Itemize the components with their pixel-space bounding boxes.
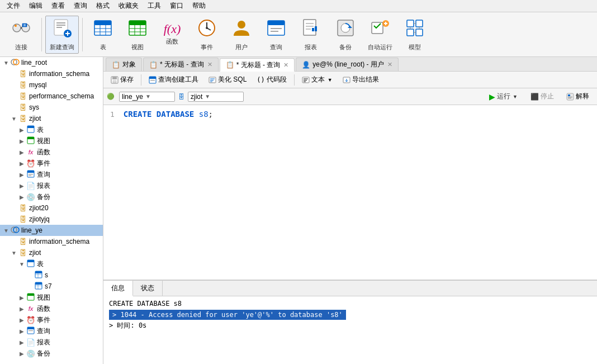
sidebar-item-func-group-2[interactable]: ▶ fx 函数: [16, 303, 103, 314]
sidebar-item-func-group-1[interactable]: ▶ fx 函数: [16, 146, 103, 158]
sidebar-item-zjiot20[interactable]: 🗄 zjiot20: [8, 202, 103, 214]
model-button[interactable]: 模型: [398, 16, 432, 54]
db-icon: 🗄: [18, 238, 28, 246]
sidebar-item-mysql[interactable]: 🗄 mysql: [8, 79, 103, 91]
query-tab-1[interactable]: 📋 * 无标题 - 查询 ✕: [143, 58, 219, 71]
sidebar-item-perf-schema[interactable]: 🗄 performance_schema: [8, 91, 103, 102]
sidebar-item-zjiot-2[interactable]: ▼ 🗄 zjiot: [8, 247, 103, 258]
function-button[interactable]: f(x) 函数: [155, 16, 189, 54]
sidebar-label: zjiot: [29, 115, 41, 122]
table-icon: [93, 18, 113, 41]
sidebar-item-query-group-2[interactable]: ▶ 查询: [16, 325, 103, 337]
sidebar-item-line-ye[interactable]: ▼ line_ye: [0, 225, 103, 236]
run-button[interactable]: ▶ 运行 ▼: [484, 90, 523, 103]
text-button[interactable]: 文本 ▼: [298, 73, 337, 86]
table-label: 表: [100, 43, 106, 51]
save-button[interactable]: 保存: [107, 73, 138, 86]
event-label: 事件: [201, 43, 213, 51]
explain-label: 解释: [576, 92, 589, 101]
svg-rect-66: [27, 260, 34, 262]
query-options-bar: 🟢 line_ye ▼ 🗄 zjiot ▼ ▶ 运行 ▼ ⬛ 停止: [103, 88, 597, 105]
result-error-text: > 1044 - Access denied for user 'ye'@'%'…: [109, 310, 346, 320]
query-tab-1-label: * 无标题 - 查询: [160, 60, 204, 69]
info-tab[interactable]: 信息: [103, 281, 133, 296]
report-button[interactable]: 报表: [294, 16, 328, 54]
sidebar-item-table-s7[interactable]: s7: [23, 281, 103, 292]
backup-group-icon: 💿: [26, 193, 36, 201]
export-button[interactable]: 导出结果: [339, 73, 383, 86]
menu-view[interactable]: 查看: [47, 0, 69, 12]
svg-rect-12: [94, 21, 111, 25]
backup-button[interactable]: 备份: [329, 16, 362, 54]
user-button[interactable]: 用户: [225, 16, 258, 54]
menu-format[interactable]: 格式: [92, 0, 114, 12]
sidebar-item-table-s[interactable]: s: [23, 270, 103, 281]
sidebar-item-report-group-1[interactable]: ▶ 📄 报表: [16, 180, 103, 191]
sidebar-item-zjiotyjq[interactable]: 🗄 zjiotyjq: [8, 214, 103, 225]
db-select-2[interactable]: zjiot ▼: [188, 92, 244, 102]
sidebar-item-zjiot-1[interactable]: ▼ 🗄 zjiot: [8, 113, 103, 124]
tree-arrow: ▶: [18, 317, 26, 323]
user-tab[interactable]: 👤 ye@% (line_root) - 用户 ✕: [296, 58, 399, 71]
view-button[interactable]: 视图: [121, 16, 154, 54]
query-tab-2[interactable]: 📋 * 无标题 - 查询 ✕: [220, 58, 295, 72]
sidebar-item-query-group-1[interactable]: ▶ 查询: [16, 169, 103, 180]
menu-file[interactable]: 文件: [2, 0, 25, 12]
model-label: 模型: [409, 43, 421, 51]
sidebar-item-view-group-2[interactable]: ▶ 视图: [16, 292, 103, 303]
sidebar-item-event-group-1[interactable]: ▶ ⏰ 事件: [16, 158, 103, 169]
query-tab-1-icon: 📋: [149, 61, 158, 69]
sidebar-label: 报表: [37, 181, 50, 191]
sidebar-item-info-schema-2[interactable]: 🗄 information_schema: [8, 236, 103, 247]
sidebar-label: sys: [29, 103, 39, 111]
menu-window[interactable]: 窗口: [165, 0, 188, 12]
sidebar-item-table-group-2[interactable]: ▼ 表: [16, 258, 103, 270]
sidebar-item-sys[interactable]: 🗄 sys: [8, 102, 103, 113]
menu-edit[interactable]: 编辑: [25, 0, 47, 12]
sidebar-item-report-group-2[interactable]: ▶ 📄 报表: [16, 337, 103, 348]
tree-arrow: ▼: [10, 116, 18, 122]
code-snippet-button[interactable]: () 代码段: [253, 73, 290, 86]
sidebar-item-info-schema-1[interactable]: 🗄 information_schema: [8, 68, 103, 79]
query-tab-1-close[interactable]: ✕: [207, 61, 212, 68]
query-tab-2-close[interactable]: ✕: [283, 62, 288, 69]
autorun-button[interactable]: 自动运行: [363, 16, 397, 54]
status-tab[interactable]: 状态: [133, 281, 163, 296]
sql-space2: [194, 110, 198, 119]
svg-point-27: [238, 21, 245, 29]
sidebar-item-table-group-1[interactable]: ▶ 表: [16, 124, 103, 135]
editor-area[interactable]: 1 CREATE DATABASE s8 ;: [103, 105, 597, 280]
beautify-button[interactable]: 美化 SQL: [205, 73, 250, 86]
event-button[interactable]: 事件: [190, 16, 224, 54]
result-error-line: > 1044 - Access denied for user 'ye'@'%'…: [109, 309, 591, 320]
run-dropdown-arrow: ▼: [513, 94, 518, 100]
connect-button[interactable]: 连接: [4, 16, 38, 54]
svg-rect-32: [304, 20, 316, 35]
db-select-1[interactable]: line_ye ▼: [119, 92, 175, 102]
user-tab-close[interactable]: ✕: [387, 61, 392, 68]
sidebar-item-view-group-1[interactable]: ▶ 视图: [16, 135, 103, 146]
svg-rect-81: [112, 77, 117, 79]
sidebar-item-line-root[interactable]: ▼ line_root: [0, 57, 103, 68]
tree-arrow: ▶: [18, 127, 26, 133]
object-tab[interactable]: 📋 对象: [106, 58, 142, 71]
save-label: 保存: [120, 75, 134, 84]
result-time-text: > 时间: 0s: [109, 322, 146, 329]
bottom-content: CREATE DATABASE s8 > 1044 - Access denie…: [103, 296, 597, 364]
query-button[interactable]: 查询: [259, 16, 293, 54]
bottom-tab-bar: 信息 状态: [103, 281, 597, 296]
menu-query[interactable]: 查询: [69, 0, 92, 12]
sidebar-item-backup-group-1[interactable]: ▶ 💿 备份: [16, 191, 103, 202]
stop-button[interactable]: ⬛ 停止: [526, 91, 558, 102]
menu-tools[interactable]: 工具: [143, 0, 165, 12]
menu-help[interactable]: 帮助: [188, 0, 210, 12]
explain-button[interactable]: 解释: [562, 91, 594, 102]
new-query-button[interactable]: 新建查询: [45, 16, 79, 54]
object-tab-icon: 📋: [112, 61, 120, 69]
sidebar-item-event-group-2[interactable]: ▶ ⏰ 事件: [16, 314, 103, 325]
table-button[interactable]: 表: [86, 16, 120, 54]
qtool-sep-2: [294, 74, 295, 86]
build-query-button[interactable]: 查询创建工具: [145, 73, 202, 86]
sidebar-item-backup-group-2[interactable]: ▶ 💿 备份: [16, 348, 103, 359]
menu-favorites[interactable]: 收藏夹: [114, 0, 143, 12]
